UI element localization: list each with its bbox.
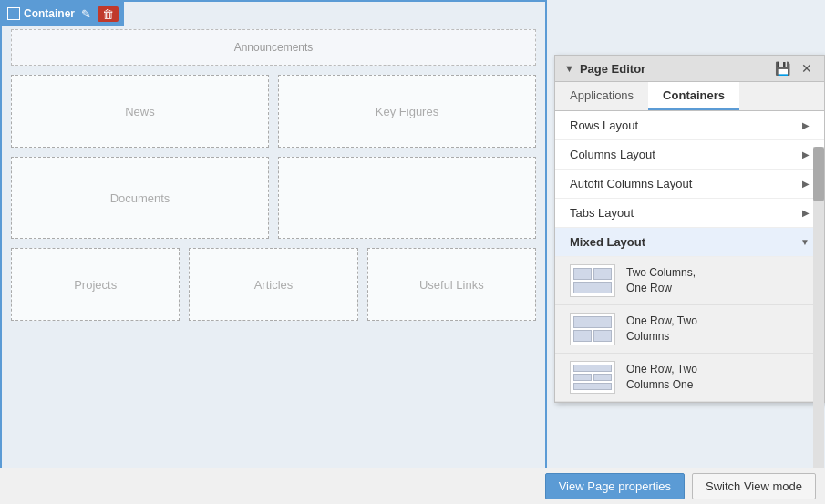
columns-layout-arrow: ▶: [802, 149, 810, 159]
switch-view-mode-button[interactable]: Switch View mode: [692, 473, 816, 499]
announcements-label: Announcements: [234, 41, 314, 54]
columns-layout-label: Columns Layout: [570, 148, 802, 161]
tab-containers[interactable]: Containers: [648, 82, 739, 110]
rename-button[interactable]: ✎: [78, 6, 94, 22]
delete-button[interactable]: 🗑: [98, 6, 119, 22]
one-row-two-col-label: One Row, TwoColumns: [626, 314, 697, 345]
page-editor-header: ▼ Page Editor 💾 ✕: [555, 56, 824, 82]
scrollbar-thumb[interactable]: [813, 147, 824, 201]
expand-icon: ▼: [564, 63, 574, 74]
tabs-layout-label: Tabs Layout: [570, 206, 802, 220]
one-row-two-col-one-thumbnail: [570, 361, 615, 394]
key-figures-widget[interactable]: Key Figures: [278, 75, 536, 148]
tabs-layout-item[interactable]: Tabs Layout ▶: [555, 199, 824, 228]
thumb-cell: [573, 330, 592, 342]
one-row-two-col-thumbnail: [570, 313, 615, 345]
key-figures-label: Key Figures: [376, 105, 438, 118]
mixed-layout-arrow: ▼: [800, 237, 810, 247]
widget-row-3: Projects Articles Useful Links: [11, 248, 536, 321]
thumb-cell-wide: [573, 282, 612, 293]
thumb-cell-wide: [573, 316, 612, 328]
two-col-one-row-thumbnail: [570, 264, 615, 297]
editor-tabs: Applications Containers: [555, 82, 824, 111]
mixed-layout-expanded: Two Columns,One Row One Row, TwoColumns: [555, 257, 824, 402]
thumb-cell-wide: [573, 365, 612, 372]
thumb-cell: [593, 268, 612, 280]
thumb-cell: [593, 374, 612, 381]
close-button[interactable]: ✕: [799, 61, 815, 76]
useful-links-label: Useful Links: [419, 278, 484, 292]
widget-row-2: Documents: [11, 157, 536, 239]
tab-applications[interactable]: Applications: [555, 82, 648, 110]
one-row-two-col-one-label: One Row, TwoColumns One: [626, 362, 697, 393]
thumb-cell: [573, 268, 592, 280]
documents-label: Documents: [110, 191, 170, 205]
bottom-bar: View Page properties Switch View mode: [0, 468, 825, 504]
two-col-one-row-label: Two Columns,One Row: [626, 265, 696, 296]
page-editor-panel: ▼ Page Editor 💾 ✕ Applications Container…: [554, 55, 825, 403]
container-toolbar: Container ✎ 🗑: [2, 2, 124, 26]
widget-row-1: News Key Figures: [11, 75, 536, 148]
news-widget[interactable]: News: [11, 75, 269, 148]
container-list: Rows Layout ▶ Columns Layout ▶ Autofit C…: [555, 111, 824, 402]
thumb-cell: [573, 374, 592, 381]
news-label: News: [125, 105, 155, 118]
thumb-cell-wide: [573, 383, 612, 390]
useful-links-widget[interactable]: Useful Links: [367, 248, 536, 321]
rows-layout-arrow: ▶: [802, 120, 810, 130]
autofit-columns-arrow: ▶: [802, 179, 810, 189]
articles-widget[interactable]: Articles: [189, 248, 357, 321]
page-editor-title: Page Editor: [580, 62, 767, 76]
save-button[interactable]: 💾: [772, 61, 793, 76]
projects-widget[interactable]: Projects: [11, 248, 180, 321]
autofit-columns-label: Autofit Columns Layout: [570, 177, 802, 190]
autofit-columns-item[interactable]: Autofit Columns Layout ▶: [555, 170, 824, 199]
projects-label: Projects: [74, 278, 117, 292]
rows-layout-item[interactable]: Rows Layout ▶: [555, 111, 824, 140]
mixed-layout-label: Mixed Layout: [570, 235, 800, 249]
thumb-cell: [593, 330, 612, 342]
announcements-bar: Announcements: [11, 29, 536, 66]
scrollbar-track[interactable]: [813, 147, 824, 502]
documents-widget[interactable]: Documents: [11, 157, 269, 239]
content-area: News Key Figures Documents Projects Arti…: [11, 75, 536, 493]
container-icon: [7, 7, 20, 20]
rows-layout-label: Rows Layout: [570, 118, 802, 132]
tabs-layout-arrow: ▶: [802, 208, 810, 218]
one-row-two-col-item[interactable]: One Row, TwoColumns: [555, 305, 824, 354]
mixed-layout-item[interactable]: Mixed Layout ▼: [555, 228, 824, 257]
columns-layout-item[interactable]: Columns Layout ▶: [555, 140, 824, 170]
two-col-one-row-item[interactable]: Two Columns,One Row: [555, 257, 824, 305]
empty-widget-2[interactable]: [278, 157, 536, 239]
view-page-properties-button[interactable]: View Page properties: [545, 473, 685, 499]
one-row-two-col-one-item[interactable]: One Row, TwoColumns One: [555, 354, 824, 402]
container-label: Container: [24, 7, 75, 20]
articles-label: Articles: [254, 278, 294, 292]
main-canvas: Container ✎ 🗑 Announcements News Key Fig…: [0, 0, 547, 504]
